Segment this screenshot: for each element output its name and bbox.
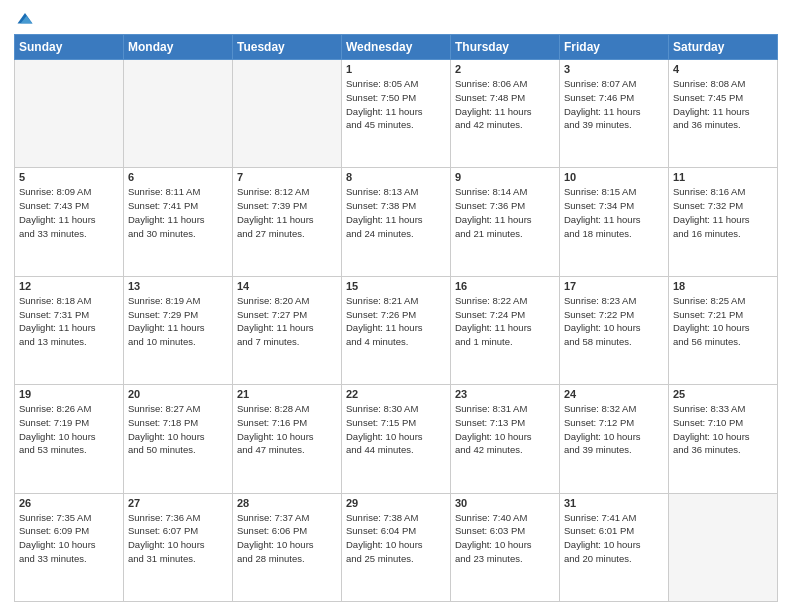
calendar-cell: 8Sunrise: 8:13 AM Sunset: 7:38 PM Daylig… — [342, 168, 451, 276]
calendar-cell — [15, 60, 124, 168]
calendar-cell: 30Sunrise: 7:40 AM Sunset: 6:03 PM Dayli… — [451, 493, 560, 601]
day-number: 26 — [19, 497, 119, 509]
calendar-cell: 23Sunrise: 8:31 AM Sunset: 7:13 PM Dayli… — [451, 385, 560, 493]
day-info: Sunrise: 8:19 AM Sunset: 7:29 PM Dayligh… — [128, 294, 228, 349]
calendar-cell: 12Sunrise: 8:18 AM Sunset: 7:31 PM Dayli… — [15, 276, 124, 384]
calendar-cell: 20Sunrise: 8:27 AM Sunset: 7:18 PM Dayli… — [124, 385, 233, 493]
page: SundayMondayTuesdayWednesdayThursdayFrid… — [0, 0, 792, 612]
day-number: 5 — [19, 171, 119, 183]
day-number: 18 — [673, 280, 773, 292]
day-number: 1 — [346, 63, 446, 75]
weekday-header-thursday: Thursday — [451, 35, 560, 60]
day-info: Sunrise: 8:07 AM Sunset: 7:46 PM Dayligh… — [564, 77, 664, 132]
calendar-cell — [669, 493, 778, 601]
day-info: Sunrise: 8:23 AM Sunset: 7:22 PM Dayligh… — [564, 294, 664, 349]
day-info: Sunrise: 8:33 AM Sunset: 7:10 PM Dayligh… — [673, 402, 773, 457]
day-number: 2 — [455, 63, 555, 75]
day-number: 9 — [455, 171, 555, 183]
calendar-cell: 10Sunrise: 8:15 AM Sunset: 7:34 PM Dayli… — [560, 168, 669, 276]
calendar-cell: 15Sunrise: 8:21 AM Sunset: 7:26 PM Dayli… — [342, 276, 451, 384]
day-number: 6 — [128, 171, 228, 183]
day-number: 4 — [673, 63, 773, 75]
day-info: Sunrise: 8:18 AM Sunset: 7:31 PM Dayligh… — [19, 294, 119, 349]
day-number: 14 — [237, 280, 337, 292]
day-info: Sunrise: 7:38 AM Sunset: 6:04 PM Dayligh… — [346, 511, 446, 566]
calendar-cell: 19Sunrise: 8:26 AM Sunset: 7:19 PM Dayli… — [15, 385, 124, 493]
day-info: Sunrise: 8:08 AM Sunset: 7:45 PM Dayligh… — [673, 77, 773, 132]
day-info: Sunrise: 8:09 AM Sunset: 7:43 PM Dayligh… — [19, 185, 119, 240]
logo-icon — [16, 10, 34, 28]
day-info: Sunrise: 7:36 AM Sunset: 6:07 PM Dayligh… — [128, 511, 228, 566]
calendar-week-row: 12Sunrise: 8:18 AM Sunset: 7:31 PM Dayli… — [15, 276, 778, 384]
day-number: 27 — [128, 497, 228, 509]
calendar-cell: 25Sunrise: 8:33 AM Sunset: 7:10 PM Dayli… — [669, 385, 778, 493]
weekday-header-tuesday: Tuesday — [233, 35, 342, 60]
calendar-cell: 7Sunrise: 8:12 AM Sunset: 7:39 PM Daylig… — [233, 168, 342, 276]
calendar-cell: 11Sunrise: 8:16 AM Sunset: 7:32 PM Dayli… — [669, 168, 778, 276]
calendar-cell: 14Sunrise: 8:20 AM Sunset: 7:27 PM Dayli… — [233, 276, 342, 384]
day-info: Sunrise: 8:32 AM Sunset: 7:12 PM Dayligh… — [564, 402, 664, 457]
calendar-header-row: SundayMondayTuesdayWednesdayThursdayFrid… — [15, 35, 778, 60]
day-info: Sunrise: 7:37 AM Sunset: 6:06 PM Dayligh… — [237, 511, 337, 566]
day-number: 17 — [564, 280, 664, 292]
day-info: Sunrise: 7:41 AM Sunset: 6:01 PM Dayligh… — [564, 511, 664, 566]
calendar-cell: 31Sunrise: 7:41 AM Sunset: 6:01 PM Dayli… — [560, 493, 669, 601]
logo — [14, 10, 36, 28]
calendar-table: SundayMondayTuesdayWednesdayThursdayFrid… — [14, 34, 778, 602]
day-number: 16 — [455, 280, 555, 292]
calendar-cell: 4Sunrise: 8:08 AM Sunset: 7:45 PM Daylig… — [669, 60, 778, 168]
day-number: 20 — [128, 388, 228, 400]
calendar-cell: 26Sunrise: 7:35 AM Sunset: 6:09 PM Dayli… — [15, 493, 124, 601]
calendar-cell: 17Sunrise: 8:23 AM Sunset: 7:22 PM Dayli… — [560, 276, 669, 384]
day-number: 25 — [673, 388, 773, 400]
calendar-cell — [124, 60, 233, 168]
weekday-header-saturday: Saturday — [669, 35, 778, 60]
day-info: Sunrise: 8:05 AM Sunset: 7:50 PM Dayligh… — [346, 77, 446, 132]
day-info: Sunrise: 8:25 AM Sunset: 7:21 PM Dayligh… — [673, 294, 773, 349]
day-number: 29 — [346, 497, 446, 509]
day-number: 8 — [346, 171, 446, 183]
day-info: Sunrise: 8:26 AM Sunset: 7:19 PM Dayligh… — [19, 402, 119, 457]
day-number: 10 — [564, 171, 664, 183]
day-number: 31 — [564, 497, 664, 509]
weekday-header-wednesday: Wednesday — [342, 35, 451, 60]
calendar-cell: 21Sunrise: 8:28 AM Sunset: 7:16 PM Dayli… — [233, 385, 342, 493]
day-info: Sunrise: 7:40 AM Sunset: 6:03 PM Dayligh… — [455, 511, 555, 566]
day-info: Sunrise: 8:20 AM Sunset: 7:27 PM Dayligh… — [237, 294, 337, 349]
day-number: 13 — [128, 280, 228, 292]
day-number: 22 — [346, 388, 446, 400]
weekday-header-sunday: Sunday — [15, 35, 124, 60]
day-info: Sunrise: 8:16 AM Sunset: 7:32 PM Dayligh… — [673, 185, 773, 240]
day-info: Sunrise: 8:11 AM Sunset: 7:41 PM Dayligh… — [128, 185, 228, 240]
calendar-cell: 2Sunrise: 8:06 AM Sunset: 7:48 PM Daylig… — [451, 60, 560, 168]
calendar-cell: 5Sunrise: 8:09 AM Sunset: 7:43 PM Daylig… — [15, 168, 124, 276]
calendar-cell: 18Sunrise: 8:25 AM Sunset: 7:21 PM Dayli… — [669, 276, 778, 384]
day-info: Sunrise: 8:06 AM Sunset: 7:48 PM Dayligh… — [455, 77, 555, 132]
calendar-cell: 9Sunrise: 8:14 AM Sunset: 7:36 PM Daylig… — [451, 168, 560, 276]
calendar-week-row: 19Sunrise: 8:26 AM Sunset: 7:19 PM Dayli… — [15, 385, 778, 493]
weekday-header-monday: Monday — [124, 35, 233, 60]
day-info: Sunrise: 8:21 AM Sunset: 7:26 PM Dayligh… — [346, 294, 446, 349]
day-info: Sunrise: 7:35 AM Sunset: 6:09 PM Dayligh… — [19, 511, 119, 566]
day-info: Sunrise: 8:22 AM Sunset: 7:24 PM Dayligh… — [455, 294, 555, 349]
day-info: Sunrise: 8:30 AM Sunset: 7:15 PM Dayligh… — [346, 402, 446, 457]
calendar-cell: 3Sunrise: 8:07 AM Sunset: 7:46 PM Daylig… — [560, 60, 669, 168]
calendar-week-row: 26Sunrise: 7:35 AM Sunset: 6:09 PM Dayli… — [15, 493, 778, 601]
day-number: 19 — [19, 388, 119, 400]
day-number: 23 — [455, 388, 555, 400]
calendar-cell: 24Sunrise: 8:32 AM Sunset: 7:12 PM Dayli… — [560, 385, 669, 493]
day-info: Sunrise: 8:14 AM Sunset: 7:36 PM Dayligh… — [455, 185, 555, 240]
day-number: 15 — [346, 280, 446, 292]
day-number: 12 — [19, 280, 119, 292]
calendar-week-row: 5Sunrise: 8:09 AM Sunset: 7:43 PM Daylig… — [15, 168, 778, 276]
weekday-header-friday: Friday — [560, 35, 669, 60]
day-info: Sunrise: 8:28 AM Sunset: 7:16 PM Dayligh… — [237, 402, 337, 457]
day-info: Sunrise: 8:27 AM Sunset: 7:18 PM Dayligh… — [128, 402, 228, 457]
day-number: 11 — [673, 171, 773, 183]
calendar-cell — [233, 60, 342, 168]
calendar-cell: 29Sunrise: 7:38 AM Sunset: 6:04 PM Dayli… — [342, 493, 451, 601]
calendar-cell: 6Sunrise: 8:11 AM Sunset: 7:41 PM Daylig… — [124, 168, 233, 276]
calendar-cell: 16Sunrise: 8:22 AM Sunset: 7:24 PM Dayli… — [451, 276, 560, 384]
day-number: 24 — [564, 388, 664, 400]
calendar-cell: 28Sunrise: 7:37 AM Sunset: 6:06 PM Dayli… — [233, 493, 342, 601]
